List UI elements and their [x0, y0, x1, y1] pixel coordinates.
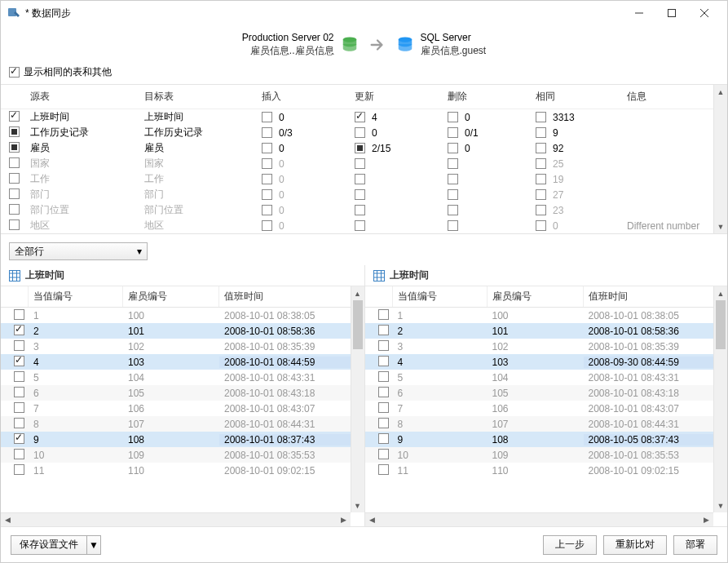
row-checkbox[interactable] [14, 387, 24, 397]
data-row[interactable]: 61052008-10-01 08:43:18 [1, 385, 364, 401]
show-identical-checkbox[interactable] [9, 67, 20, 78]
row-select-checkbox[interactable] [9, 173, 20, 184]
row-checkbox[interactable] [378, 387, 389, 397]
data-row[interactable]: 31022008-10-01 08:35:39 [365, 339, 728, 354]
same-checkbox[interactable] [536, 127, 546, 138]
data-row[interactable]: 51042008-10-01 08:43:31 [365, 370, 728, 385]
update-checkbox[interactable] [355, 220, 365, 231]
data-row[interactable]: 11002008-10-01 08:38:05 [365, 308, 728, 323]
minimize-button[interactable] [623, 1, 655, 25]
grid-right-vscroll[interactable]: ▲▼ [713, 286, 727, 512]
data-row[interactable]: 51042008-10-01 08:43:31 [1, 370, 364, 385]
row-checkbox[interactable] [14, 464, 24, 475]
row-filter-dropdown[interactable]: 全部行 ▾ [9, 242, 148, 260]
delete-checkbox[interactable] [448, 158, 458, 169]
same-checkbox[interactable] [536, 220, 546, 231]
col-c[interactable]: 值班时间 [219, 286, 364, 307]
data-row[interactable]: 91082008-10-05 08:37:43 [365, 432, 728, 447]
data-row[interactable]: 61052008-10-01 08:43:18 [365, 385, 728, 401]
row-select-checkbox[interactable] [9, 126, 20, 137]
col-c[interactable]: 值班时间 [584, 286, 728, 307]
row-checkbox[interactable] [378, 433, 389, 444]
row-select-checkbox[interactable] [9, 142, 20, 153]
update-checkbox[interactable] [355, 127, 365, 138]
insert-checkbox[interactable] [262, 158, 272, 169]
data-row[interactable]: 101092008-10-01 08:35:53 [365, 447, 728, 463]
row-checkbox[interactable] [378, 340, 389, 351]
row-checkbox[interactable] [378, 309, 389, 320]
delete-checkbox[interactable] [448, 189, 458, 200]
row-checkbox[interactable] [14, 356, 24, 366]
close-button[interactable] [688, 1, 721, 25]
row-select-checkbox[interactable] [9, 204, 20, 215]
table-row[interactable]: 上班时间上班时间0403313 [1, 109, 727, 125]
data-row[interactable]: 41032008-10-01 08:44:59 [1, 354, 364, 370]
insert-checkbox[interactable] [262, 189, 272, 200]
table-row[interactable]: 雇员雇员02/15092 [1, 140, 727, 156]
insert-checkbox[interactable] [262, 205, 272, 215]
data-row[interactable]: 71062008-10-01 08:43:07 [365, 401, 728, 416]
row-checkbox[interactable] [378, 418, 389, 428]
save-profile-button[interactable]: 保存设置文件 [11, 535, 86, 555]
row-checkbox[interactable] [14, 371, 24, 382]
data-row[interactable]: 81072008-10-01 08:44:31 [365, 416, 728, 432]
recompare-button[interactable]: 重新比对 [603, 535, 667, 555]
row-checkbox[interactable] [378, 371, 389, 382]
same-checkbox[interactable] [536, 158, 546, 169]
back-button[interactable]: 上一步 [543, 535, 597, 555]
data-row[interactable]: 91082008-10-01 08:37:43 [1, 432, 364, 447]
grid-left-vscroll[interactable]: ▲▼ [351, 286, 364, 512]
update-checkbox[interactable] [355, 143, 365, 153]
delete-checkbox[interactable] [448, 220, 458, 231]
same-checkbox[interactable] [536, 112, 546, 122]
col-a[interactable]: 当值编号 [29, 286, 123, 307]
update-checkbox[interactable] [355, 189, 365, 200]
insert-checkbox[interactable] [262, 220, 272, 231]
row-checkbox[interactable] [14, 325, 24, 335]
table-row[interactable]: 国家国家025 [1, 156, 727, 171]
row-checkbox[interactable] [14, 402, 24, 413]
same-checkbox[interactable] [536, 143, 546, 153]
data-row[interactable]: 41032008-09-30 08:44:59 [365, 354, 728, 370]
row-checkbox[interactable] [14, 449, 24, 459]
row-checkbox[interactable] [378, 356, 389, 366]
same-checkbox[interactable] [536, 189, 546, 200]
data-row[interactable]: 111102008-10-01 09:02:15 [1, 463, 364, 478]
insert-checkbox[interactable] [262, 127, 272, 138]
table-row[interactable]: 工作历史记录工作历史记录0/300/19 [1, 125, 727, 140]
update-checkbox[interactable] [355, 205, 365, 215]
data-row[interactable]: 81072008-10-01 08:44:31 [1, 416, 364, 432]
row-checkbox[interactable] [378, 449, 389, 459]
same-checkbox[interactable] [536, 174, 546, 184]
delete-checkbox[interactable] [448, 174, 458, 184]
grid-left-hscroll[interactable]: ◀▶ [1, 512, 351, 526]
table-row[interactable]: 部门位置部门位置023 [1, 202, 727, 218]
delete-checkbox[interactable] [448, 112, 458, 122]
col-b[interactable]: 雇员编号 [488, 286, 584, 307]
insert-checkbox[interactable] [262, 174, 272, 184]
col-a[interactable]: 当值编号 [393, 286, 488, 307]
update-checkbox[interactable] [355, 112, 365, 122]
delete-checkbox[interactable] [448, 143, 458, 153]
delete-checkbox[interactable] [448, 127, 458, 138]
row-checkbox[interactable] [14, 340, 24, 351]
row-select-checkbox[interactable] [9, 188, 20, 199]
tables-scrollbar[interactable]: ▲▼ [713, 85, 727, 233]
row-checkbox[interactable] [14, 418, 24, 428]
data-row[interactable]: 71062008-10-01 08:43:07 [1, 401, 364, 416]
row-checkbox[interactable] [14, 309, 24, 320]
save-profile-split-button[interactable]: 保存设置文件 ▼ [11, 535, 101, 555]
same-checkbox[interactable] [536, 205, 546, 215]
row-checkbox[interactable] [378, 325, 389, 335]
save-profile-dropdown[interactable]: ▼ [86, 535, 101, 555]
maximize-button[interactable] [655, 1, 688, 25]
row-select-checkbox[interactable] [9, 157, 20, 168]
data-row[interactable]: 21012008-10-01 08:58:36 [1, 323, 364, 339]
data-row[interactable]: 111102008-10-01 09:02:15 [365, 463, 728, 478]
insert-checkbox[interactable] [262, 112, 272, 122]
insert-checkbox[interactable] [262, 143, 272, 153]
row-select-checkbox[interactable] [9, 111, 20, 122]
row-select-checkbox[interactable] [9, 219, 20, 230]
data-row[interactable]: 101092008-10-01 08:35:53 [1, 447, 364, 463]
table-row[interactable]: 地区地区00Different number [1, 218, 727, 233]
